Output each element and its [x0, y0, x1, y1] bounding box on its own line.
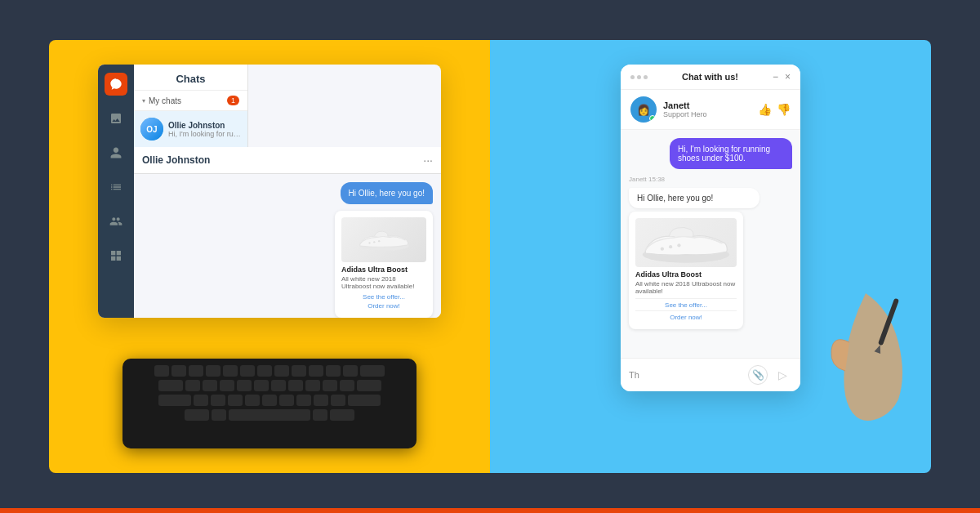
key [314, 395, 328, 406]
user-message-bubble: Hi, I'm looking for running shoes under … [670, 138, 792, 169]
my-chats-left: ▾ My chats [142, 96, 181, 105]
key [309, 365, 323, 377]
key-wide [158, 380, 183, 391]
outer-wrapper: Chats ▾ My chats 1 OJ [0, 0, 980, 513]
key [154, 365, 169, 377]
widget-agent-info: 👩 Janett Support Hero [630, 96, 707, 123]
bottom-bar [0, 508, 980, 513]
svg-point-1 [368, 242, 370, 243]
widget-title: Chat with us! [682, 72, 738, 82]
thumbs-up-button[interactable]: 👍 [758, 103, 772, 116]
chat-widget: Chat with us! − × 👩 Janett [621, 65, 800, 391]
agent-sidebar [98, 65, 134, 318]
agent-text-message: Hi Ollie, here you go! [629, 188, 760, 208]
agent-message-group: Janett 15:38 Hi Ollie, here you go! [629, 176, 792, 329]
key-space [229, 409, 310, 421]
key [292, 365, 306, 377]
widget-controls: − × [773, 71, 791, 83]
avatar-image: OJ [140, 118, 163, 141]
widget-order-link[interactable]: Order now! [635, 310, 737, 321]
sidebar-chart-icon[interactable] [105, 176, 127, 199]
svg-point-3 [378, 240, 380, 242]
key [245, 395, 260, 406]
thumbs-down-button[interactable]: 👎 [777, 103, 791, 116]
key [228, 395, 243, 406]
chat-list-item[interactable]: OJ Ollie Johnston Hi, I'm looking for ru… [134, 111, 247, 147]
keyboard [122, 359, 416, 448]
widget-input-row: 📎 ▷ [621, 358, 800, 391]
key [220, 380, 234, 391]
sidebar-group-icon[interactable] [105, 210, 127, 233]
chevron-icon: ▾ [142, 97, 145, 105]
key [326, 365, 341, 377]
sidebar-settings-icon[interactable] [105, 244, 127, 267]
conv-contact-name: Ollie Johnston [142, 154, 210, 166]
chat-item-info: Ollie Johnston Hi, I'm looking for runni… [168, 121, 241, 138]
agent-message-bubble: Hi Ollie, here you go! [341, 182, 433, 204]
keyboard-container [122, 359, 416, 448]
key [288, 380, 303, 391]
key [185, 380, 200, 391]
agent-window: Chats ▾ My chats 1 OJ [98, 65, 441, 318]
key [203, 380, 217, 391]
svg-point-5 [661, 248, 664, 251]
key [237, 380, 252, 391]
agent-main: Chats ▾ My chats 1 OJ [134, 65, 441, 318]
widget-messages: Hi, I'm looking for running shoes under … [621, 130, 800, 358]
send-button[interactable]: ▷ [773, 365, 792, 385]
hand-icon [817, 277, 915, 424]
key-row-1 [129, 365, 410, 377]
key [296, 395, 311, 406]
chat-avatar: OJ [140, 118, 163, 141]
agent-product-card: Adidas Ultra Boost All white new 2018 Ul… [335, 211, 433, 318]
product-desc: All white new 2018 Ultraboost now availa… [341, 275, 426, 290]
order-now-link[interactable]: Order now! [341, 302, 426, 310]
left-panel: Chats ▾ My chats 1 OJ [49, 40, 490, 473]
key-wide [357, 380, 381, 391]
key-row-4 [129, 409, 410, 421]
conversation-panel: Ollie Johnston ··· Hi Ollie, here you go… [134, 147, 441, 318]
chat-item-preview: Hi, I'm looking for running shoes... [168, 130, 241, 138]
key [211, 395, 225, 406]
sidebar-person-icon[interactable] [105, 141, 127, 164]
chats-title: Chats [142, 73, 239, 85]
key [254, 380, 269, 391]
key [305, 380, 320, 391]
sidebar-image-icon[interactable] [105, 107, 127, 130]
widget-product-name: Adidas Ultra Boost [635, 270, 737, 279]
chats-panel: Chats ▾ My chats 1 OJ [134, 65, 248, 147]
message-timestamp: Janett 15:38 [629, 176, 792, 183]
attach-button[interactable]: 📎 [748, 365, 768, 385]
hand-container [817, 277, 915, 424]
svg-point-7 [677, 243, 680, 247]
key [340, 380, 354, 391]
my-chats-row[interactable]: ▾ My chats 1 [134, 91, 247, 111]
my-chats-label: My chats [149, 96, 181, 105]
widget-titlebar: Chat with us! − × [621, 65, 800, 90]
see-offer-link[interactable]: See the offer... [341, 293, 426, 301]
key [223, 365, 238, 377]
key [189, 365, 203, 377]
widget-dot-2 [637, 75, 641, 79]
svg-point-2 [373, 241, 375, 243]
widget-see-offer-link[interactable]: See the offer... [635, 298, 737, 309]
key-row-3 [129, 395, 410, 406]
key [331, 395, 345, 406]
key [274, 365, 289, 377]
right-panel: Chat with us! − × 👩 Janett [490, 40, 931, 473]
key [313, 409, 327, 421]
close-button[interactable]: × [785, 71, 791, 83]
chats-header: Chats [134, 65, 247, 91]
widget-dot-1 [630, 75, 635, 79]
sidebar-chat-icon[interactable] [105, 73, 127, 96]
minimize-button[interactable]: − [773, 71, 778, 83]
widget-input-field[interactable] [629, 370, 743, 380]
key-wide [185, 409, 209, 421]
three-dots-menu[interactable]: ··· [423, 154, 433, 167]
main-container: Chats ▾ My chats 1 OJ [49, 40, 931, 473]
key [279, 395, 294, 406]
key [206, 365, 220, 377]
chat-item-name: Ollie Johnston [168, 121, 241, 130]
widget-agent-details: Janett Support Hero [663, 100, 707, 118]
online-status-dot [649, 115, 656, 122]
